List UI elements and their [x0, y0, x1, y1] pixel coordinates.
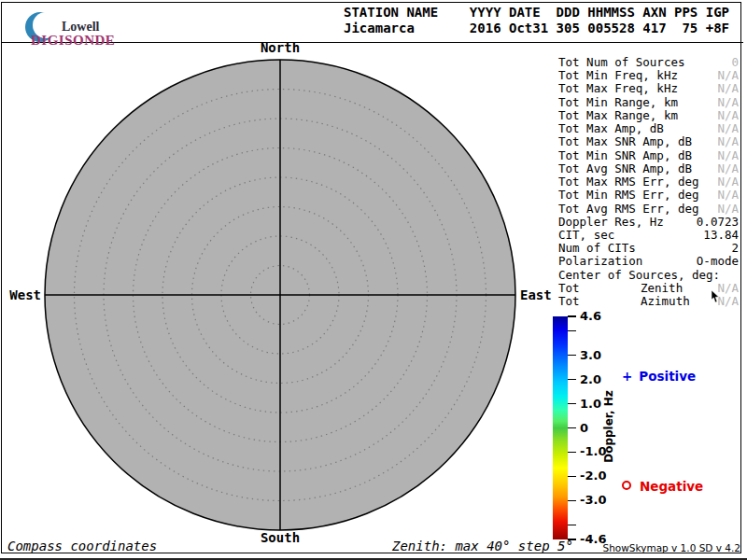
- station-values-row: Jicamarca 2016 Oct31 305 005528 417 75 +…: [344, 21, 729, 36]
- stat-row: Doppler Res, Hz0.0723: [558, 216, 739, 229]
- zenith-ring: [134, 148, 428, 442]
- compass-label-west: West: [7, 287, 41, 302]
- negative-label: Negative: [640, 479, 703, 494]
- stat-value: N/A: [717, 162, 739, 175]
- stat-row: Tot Avg RMS Err, degN/A: [558, 203, 739, 216]
- colorbar-tick-label: 3.0: [580, 348, 621, 363]
- colorbar-tick: [568, 379, 576, 381]
- stat-row: PolarizationO-mode: [558, 255, 739, 268]
- stat-row: Tot Max SNR Amp, dBN/A: [558, 135, 739, 148]
- doppler-colorbar: [553, 316, 568, 539]
- zenith-range-caption: Zenith: max 40° step 5°: [392, 539, 573, 553]
- stat-label: Tot Avg RMS Err, deg: [558, 203, 699, 216]
- coordinate-system-caption: Compass coordinates: [7, 539, 157, 553]
- stat-label: Tot Min RMS Err, deg: [558, 189, 699, 202]
- stat-row: Tot Max Freq, kHzN/A: [558, 82, 739, 95]
- negative-doppler-legend: Negative: [622, 479, 703, 494]
- compass-label-north: North: [252, 40, 308, 55]
- stat-label: CIT, sec: [558, 229, 614, 242]
- stat-value: N/A: [717, 82, 739, 95]
- stat-value: N/A: [717, 69, 739, 82]
- software-version-caption: ShowSkymap v 1.0 SD v 4.2: [602, 542, 740, 553]
- compass-label-south: South: [252, 530, 308, 545]
- colorbar-tick-label: 4.6: [580, 309, 621, 324]
- stat-row: Tot Min RMS Err, degN/A: [558, 189, 739, 202]
- colorbar-tick: [568, 355, 576, 357]
- zenith-ring: [251, 266, 310, 325]
- colorbar-tick: [568, 500, 576, 502]
- stat-label: Tot Max SNR Amp, dB: [558, 135, 692, 148]
- positive-label: Positive: [639, 369, 696, 384]
- colorbar-title: Doppler, Hz: [602, 388, 615, 465]
- stat-value: N/A: [717, 149, 739, 162]
- stat-label: Num of CITs: [558, 242, 636, 255]
- stat-value: N/A: [717, 135, 739, 148]
- positive-doppler-legend: +Positive: [622, 369, 696, 384]
- colorbar-tick: [568, 476, 576, 478]
- stat-row: Num of CITs2: [558, 242, 739, 255]
- stat-value: 13.84: [703, 229, 739, 242]
- colorbar-tick: [568, 427, 576, 429]
- stat-label: Tot Min Range, km: [558, 96, 678, 109]
- stat-value: N/A: [717, 122, 739, 135]
- stat-value: N/A: [717, 203, 739, 216]
- stat-value: N/A: [717, 96, 739, 109]
- zenith-ring: [162, 177, 398, 413]
- stat-row: Tot Max Amp, dBN/A: [558, 122, 739, 135]
- stat-row: Center of Sources, deg:: [558, 269, 739, 282]
- colorbar-tick: [568, 525, 576, 526]
- stat-row: Tot Avg SNR Amp, dBN/A: [558, 162, 739, 175]
- colorbar-tick: [568, 315, 576, 317]
- stat-sublabel: Azimuth: [641, 295, 690, 308]
- zenith-ring: [75, 90, 486, 501]
- stat-value: O-mode: [697, 255, 739, 268]
- stat-row: Tot Max RMS Err, degN/A: [558, 175, 739, 189]
- plus-marker-icon: +: [622, 369, 632, 384]
- stat-label: Tot: [558, 295, 580, 308]
- stat-sublabel: Zenith: [641, 282, 683, 295]
- skymap-window: Lowell DIGISONDE STATION NAME YYYY DATE …: [0, 0, 747, 560]
- colorbar-tick: [568, 452, 576, 454]
- zenith-ring: [221, 236, 339, 354]
- stat-row: Tot Max Range, kmN/A: [558, 109, 739, 122]
- mouse-cursor-icon: [711, 290, 722, 303]
- logo-digisonde-text: DIGISONDE: [31, 33, 115, 49]
- colorbar-tick: [568, 330, 576, 332]
- stat-value: N/A: [717, 189, 739, 202]
- stat-row: Tot Num of Sources0: [558, 56, 739, 69]
- stat-value: 2: [731, 242, 739, 255]
- stat-label: Polarization: [558, 255, 642, 268]
- circle-marker-icon: [622, 481, 631, 490]
- stat-label: Tot Max Freq, kHz: [558, 82, 678, 95]
- station-header-row: STATION NAME YYYY DATE DDD HHMMSS AXN PP…: [344, 5, 729, 21]
- colorbar-tick: [568, 403, 576, 405]
- colorbar-tick-label: 2.0: [580, 372, 621, 387]
- zenith-rings: [75, 90, 486, 501]
- stat-label: Tot: [558, 282, 580, 295]
- stat-label: Tot Max Amp, dB: [558, 122, 664, 135]
- stat-value: 0: [731, 56, 739, 69]
- stat-label: Tot Avg SNR Amp, dB: [558, 162, 692, 175]
- stat-value: N/A: [717, 109, 739, 122]
- stat-label: Tot Min SNR Amp, dB: [558, 149, 692, 162]
- skymap-outer-circle: [45, 60, 515, 530]
- stat-value: N/A: [717, 175, 739, 189]
- stat-label: Tot Max RMS Err, deg: [558, 175, 699, 189]
- stat-label: Center of Sources, deg:: [558, 269, 720, 282]
- stat-value: 0.0723: [697, 216, 739, 229]
- stat-row: CIT, sec13.84: [558, 229, 739, 242]
- colorbar-tick-label: -3.0: [580, 493, 621, 508]
- stat-label: Tot Num of Sources: [558, 56, 684, 69]
- stat-label: Tot Max Range, km: [558, 109, 678, 122]
- stat-label: Doppler Res, Hz: [558, 216, 664, 229]
- colorbar-tick-label: -2.0: [580, 469, 621, 483]
- zenith-ring: [192, 207, 369, 384]
- zenith-ring: [104, 119, 457, 471]
- stat-row: Tot Min Freq, kHzN/A: [558, 69, 739, 82]
- stat-row: Tot Min Range, kmN/A: [558, 96, 739, 109]
- digisonde-logo: Lowell DIGISONDE: [13, 7, 181, 43]
- stat-label: Tot Min Freq, kHz: [558, 69, 678, 82]
- stat-row: Tot Min SNR Amp, dBN/A: [558, 149, 739, 162]
